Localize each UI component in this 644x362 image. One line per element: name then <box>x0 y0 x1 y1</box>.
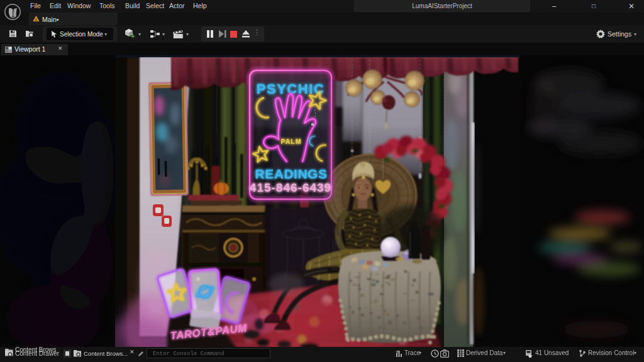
svg-text:PALM: PALM <box>281 138 302 145</box>
svg-text:READINGS: READINGS <box>255 167 328 181</box>
svg-text:+: + <box>131 32 135 40</box>
svg-text:415-846-6439: 415-846-6439 <box>250 181 331 194</box>
